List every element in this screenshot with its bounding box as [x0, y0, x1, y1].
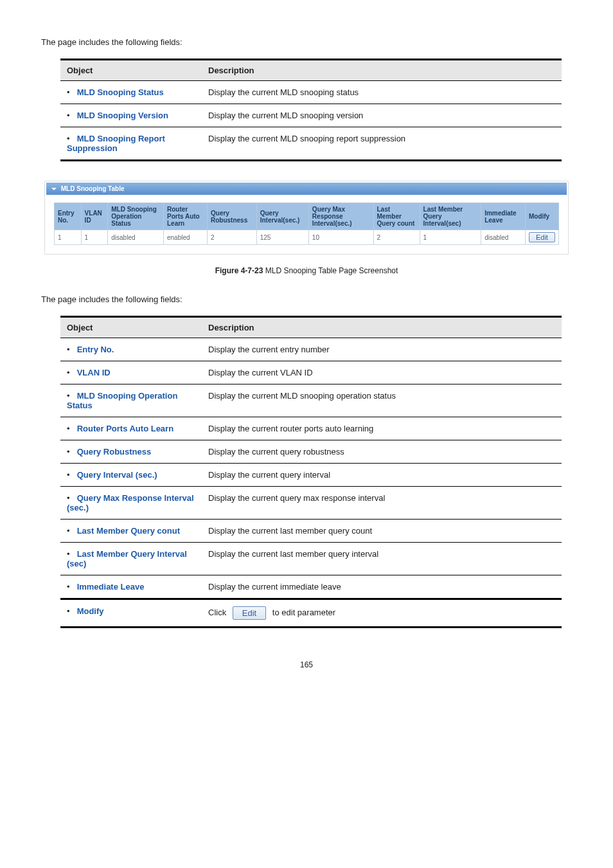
- object-cell: • Query Robustness: [60, 440, 202, 464]
- bullet-icon: •: [67, 368, 75, 377]
- description-cell: Display the current MLD snooping version: [202, 104, 562, 127]
- description-cell: Display the current VLAN ID: [202, 361, 562, 384]
- object-cell: • Query Interval (sec.): [60, 464, 202, 487]
- bullet-icon: •: [67, 391, 75, 401]
- modify-cell: Edit: [525, 230, 558, 245]
- data-col-header: Modify: [525, 203, 558, 230]
- data-col-header: Query Robustness: [208, 203, 257, 230]
- data-col-header: Last Member Query Interval(sec): [420, 203, 481, 230]
- data-col-header: Entry No.: [55, 203, 82, 230]
- data-cell: 1: [55, 230, 82, 245]
- data-col-header: Immediate Leave: [481, 203, 526, 230]
- object-label: Immediate Leave: [77, 582, 145, 592]
- object-cell: • MLD Snooping Report Suppression: [60, 127, 202, 161]
- bullet-icon: •: [67, 470, 75, 480]
- object-label: Query Max Response Interval (sec.): [67, 493, 194, 512]
- object-cell: • MLD Snooping Operation Status: [60, 384, 202, 417]
- object-cell: • VLAN ID: [60, 361, 202, 384]
- data-col-header: Query Interval(sec.): [256, 203, 308, 230]
- bullet-icon: •: [67, 606, 75, 616]
- data-col-header: MLD Snooping Operation Status: [108, 203, 164, 230]
- data-cell: 2: [208, 230, 257, 245]
- object-label: MLD Snooping Status: [77, 87, 164, 97]
- object-cell: • MLD Snooping Status: [60, 81, 202, 104]
- col-object: Object: [60, 60, 202, 81]
- col-description: Description: [202, 60, 562, 81]
- caption-text: MLD Snooping Table Page Screenshot: [263, 266, 398, 275]
- mld-snooping-data-table: Entry No.VLAN IDMLD Snooping Operation S…: [54, 203, 559, 245]
- object-cell: • Last Member Query conut: [60, 520, 202, 543]
- object-cell: • Router Ports Auto Learn: [60, 417, 202, 440]
- object-label: Modify: [77, 606, 104, 616]
- panel-title: MLD Snooping Table: [61, 185, 125, 192]
- bullet-icon: •: [67, 111, 75, 120]
- object-cell: • Modify: [60, 599, 202, 628]
- panel-titlebar[interactable]: MLD Snooping Table: [46, 183, 567, 195]
- data-col-header: Last Member Query count: [373, 203, 420, 230]
- data-col-header: Router Ports Auto Learn: [163, 203, 207, 230]
- description-cell: Display the current last member query co…: [202, 520, 562, 543]
- object-cell: • Entry No.: [60, 338, 202, 361]
- data-col-header: Query Max Response Interval(sec.): [308, 203, 373, 230]
- object-cell: • MLD Snooping Version: [60, 104, 202, 127]
- data-cell: enabled: [163, 230, 207, 245]
- object-label: MLD Snooping Operation Status: [67, 391, 177, 410]
- description-cell: Display the current MLD snooping operati…: [202, 384, 562, 417]
- description-cell: Display the current entry number: [202, 338, 562, 361]
- modify-desc-pre: Click: [208, 608, 226, 617]
- bullet-icon: •: [67, 134, 75, 143]
- description-cell: Display the current immediate leave: [202, 575, 562, 599]
- data-col-header: VLAN ID: [81, 203, 108, 230]
- data-cell: 2: [373, 230, 420, 245]
- description-cell: Display the current query max response i…: [202, 487, 562, 520]
- data-cell: 10: [308, 230, 373, 245]
- caption-figure-num: Figure 4-7-23: [215, 266, 263, 275]
- object-label: Query Interval (sec.): [77, 470, 157, 480]
- object-label: MLD Snooping Report Suppression: [67, 134, 165, 153]
- figure-caption: Figure 4-7-23 MLD Snooping Table Page Sc…: [41, 266, 572, 275]
- intro-text-1: The page includes the following fields:: [41, 37, 572, 47]
- caret-down-icon: [51, 188, 57, 190]
- data-cell: 1: [81, 230, 108, 245]
- object-label: Last Member Query conut: [77, 526, 180, 536]
- object-cell: • Last Member Query Interval (sec): [60, 543, 202, 575]
- object-label: Router Ports Auto Learn: [77, 424, 173, 433]
- intro-text-2: The page includes the following fields:: [41, 294, 572, 304]
- data-cell: disabled: [481, 230, 526, 245]
- edit-button[interactable]: Edit: [233, 606, 266, 620]
- edit-button[interactable]: Edit: [529, 232, 555, 242]
- data-cell: 125: [256, 230, 308, 245]
- object-cell: • Immediate Leave: [60, 575, 202, 599]
- object-label: Last Member Query Interval (sec): [67, 549, 187, 568]
- description-cell: Display the current last member query in…: [202, 543, 562, 575]
- description-cell: Display the current query interval: [202, 464, 562, 487]
- col-description: Description: [202, 317, 562, 338]
- fields-table-1: Object Description • MLD Snooping Status…: [60, 59, 562, 161]
- bullet-icon: •: [67, 447, 75, 457]
- bullet-icon: •: [67, 526, 75, 536]
- modify-desc-post: to edit parameter: [272, 608, 335, 617]
- bullet-icon: •: [67, 493, 75, 503]
- bullet-icon: •: [67, 424, 75, 433]
- object-cell: • Query Max Response Interval (sec.): [60, 487, 202, 520]
- fields-table-2: Object Description • Entry No.Display th…: [60, 316, 562, 628]
- object-label: Entry No.: [77, 345, 114, 354]
- object-label: Query Robustness: [77, 447, 152, 457]
- object-label: VLAN ID: [77, 368, 111, 377]
- bullet-icon: •: [67, 582, 75, 592]
- bullet-icon: •: [67, 549, 75, 559]
- description-cell: Display the current query robustness: [202, 440, 562, 464]
- data-cell: disabled: [108, 230, 164, 245]
- bullet-icon: •: [67, 87, 75, 97]
- bullet-icon: •: [67, 345, 75, 354]
- description-cell: Display the current MLD snooping report …: [202, 127, 562, 161]
- object-label: MLD Snooping Version: [77, 111, 168, 120]
- screenshot-panel: MLD Snooping Table Entry No.VLAN IDMLD S…: [44, 181, 569, 255]
- col-object: Object: [60, 317, 202, 338]
- description-cell: Click Edit to edit parameter: [202, 599, 562, 628]
- panel-body: Entry No.VLAN IDMLD Snooping Operation S…: [46, 195, 567, 253]
- description-cell: Display the current MLD snooping status: [202, 81, 562, 104]
- description-cell: Display the current router ports auto le…: [202, 417, 562, 440]
- data-cell: 1: [420, 230, 481, 245]
- page-number: 165: [41, 660, 572, 669]
